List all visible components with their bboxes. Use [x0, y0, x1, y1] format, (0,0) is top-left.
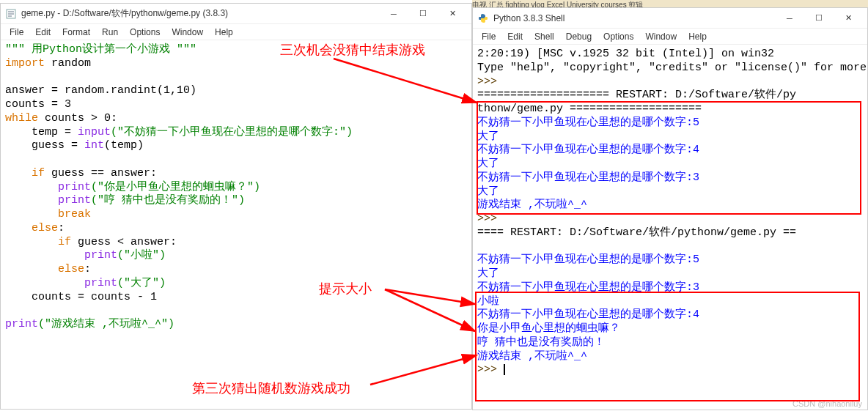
code-l21s: ("游戏结束 ,不玩啦^_^"): [38, 318, 174, 330]
code-l11s: ("你是小甲鱼心里想的蛔虫嘛？"): [91, 181, 260, 193]
code-l14a: [5, 222, 32, 234]
code-l15a: [5, 236, 58, 248]
editor-menu-options[interactable]: Options: [124, 26, 166, 39]
shell-head2: Type "help", "copyright", "credits" or "…: [477, 62, 868, 74]
editor-menu-help[interactable]: Help: [209, 26, 239, 39]
code-l12s: ("哼 猜中也是没有奖励的！"): [91, 194, 245, 207]
code-l18a: [5, 277, 84, 289]
shell-menu-file[interactable]: File: [476, 30, 501, 43]
code-l18s: ("大了"): [117, 277, 166, 289]
code-l16s: ("小啦"): [117, 249, 166, 262]
editor-titlebar[interactable]: geme.py - D:/Software/软件/pythonw/geme.py…: [1, 4, 471, 24]
code-print2: print: [58, 194, 91, 207]
editor-menu-window[interactable]: Window: [166, 26, 209, 39]
editor-menu-file[interactable]: File: [4, 26, 29, 39]
annotation-arrow-2b: [381, 286, 480, 337]
code-l8b: (temp): [104, 139, 144, 152]
editor-close-button[interactable]: ✕: [438, 4, 467, 23]
code-print4: print: [84, 277, 117, 289]
code-while: while: [5, 112, 38, 125]
annotation-label-1: 三次机会没猜中结束游戏: [280, 41, 425, 59]
code-import-kw: import: [5, 57, 45, 70]
annotation-arrow-3: [367, 352, 484, 388]
editor-menu-run[interactable]: Run: [96, 26, 124, 39]
svg-line-1: [334, 59, 477, 103]
python-shell-icon: [477, 12, 489, 24]
shell-restart1a: ==================== RESTART: D:/Softwar…: [477, 89, 796, 101]
editor-menubar: File Edit Format Run Options Window Help: [1, 24, 471, 40]
shell-menu-debug[interactable]: Debug: [560, 30, 597, 43]
code-int: int: [84, 139, 104, 152]
code-l17a: [5, 263, 58, 275]
code-l16a: [5, 249, 84, 262]
shell-menu-window[interactable]: Window: [639, 30, 683, 43]
code-l7a: temp =: [5, 126, 78, 138]
annotation-label-3: 第三次猜出随机数游戏成功: [192, 379, 350, 397]
run2-p1: 不妨猜一下小甲鱼现在心里想的是哪个数字:5: [477, 253, 699, 266]
code-print5: print: [5, 318, 38, 330]
svg-line-4: [370, 355, 477, 385]
code-if2: if: [58, 236, 71, 248]
shell-head1: 2:20:19) [MSC v.1925 32 bit (Intel)] on …: [477, 48, 774, 60]
shell-menubar: File Edit Shell Debug Options Window Hel…: [473, 29, 867, 45]
svg-line-3: [385, 289, 475, 331]
code-else2: else: [58, 263, 84, 275]
editor-maximize-button[interactable]: ☐: [408, 4, 438, 23]
shell-titlebar[interactable]: Python 3.8.3 Shell ─ ☐ ✕: [473, 8, 867, 29]
code-l7s: ("不妨猜一下小甲鱼现在心里想的是哪个数字:"): [111, 126, 353, 138]
shell-close-button[interactable]: ✕: [834, 9, 863, 28]
code-l5: counts = 3: [5, 98, 71, 111]
code-l13a: [5, 208, 58, 221]
code-else1: else: [32, 222, 58, 234]
annotation-arrow-1: [330, 51, 484, 110]
editor-menu-format[interactable]: Format: [56, 26, 96, 39]
code-print1: print: [58, 181, 91, 193]
shell-menu-help[interactable]: Help: [683, 30, 713, 43]
shell-title: Python 3.8.3 Shell: [493, 13, 775, 23]
code-l8a: guess =: [5, 139, 84, 152]
desktop-icons-strip: 电视 汇总 fighting vlog Excel University cou…: [472, 0, 868, 7]
code-l11a: [5, 181, 58, 193]
code-input: input: [78, 126, 111, 138]
run2-r1: 大了: [477, 267, 499, 280]
editor-minimize-button[interactable]: ─: [379, 4, 408, 23]
code-if1: if: [32, 167, 45, 179]
shell-minimize-button[interactable]: ─: [775, 9, 804, 28]
editor-title: geme.py - D:/Software/软件/pythonw/geme.py…: [21, 7, 379, 20]
code-l10a: [5, 167, 32, 179]
python-file-icon: [5, 8, 17, 20]
code-l6r: counts > 0:: [38, 112, 117, 125]
code-l14b: :: [58, 222, 65, 234]
annotation-label-2: 提示大小: [319, 280, 372, 297]
code-l12a: [5, 194, 58, 207]
code-print3: print: [84, 249, 117, 262]
code-l19: counts = counts - 1: [5, 291, 157, 303]
code-docstring: """ 用Python设计第一个小游戏 """: [5, 43, 196, 56]
shell-menu-options[interactable]: Options: [597, 30, 639, 43]
annotation-box-run2: [475, 292, 860, 401]
annotation-box-run1: [477, 101, 861, 215]
code-l15b: guess < answer:: [71, 236, 177, 248]
shell-restart2: ==== RESTART: D:/Software/软件/pythonw/gem…: [477, 226, 796, 239]
code-l4: answer = random.randint(1,10): [5, 84, 196, 97]
shell-menu-edit[interactable]: Edit: [501, 30, 529, 43]
code-break: break: [58, 208, 91, 221]
editor-menu-edit[interactable]: Edit: [29, 26, 56, 39]
shell-maximize-button[interactable]: ☐: [804, 9, 834, 28]
code-import-mod: random: [45, 57, 91, 70]
code-l17b: :: [84, 263, 91, 275]
code-l10b: guess == answer:: [45, 167, 157, 179]
shell-menu-shell[interactable]: Shell: [529, 30, 560, 43]
